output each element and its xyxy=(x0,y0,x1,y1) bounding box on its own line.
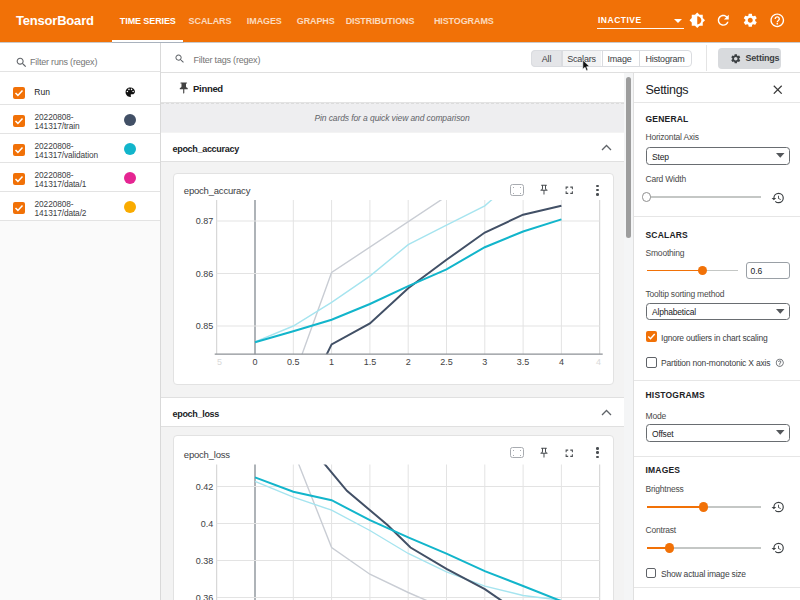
svg-text:0.36: 0.36 xyxy=(196,592,214,600)
svg-text:0.5: 0.5 xyxy=(287,357,300,367)
svg-text:0.86: 0.86 xyxy=(196,269,214,279)
svg-text:2: 2 xyxy=(406,357,411,367)
svg-text:4: 4 xyxy=(559,357,564,367)
svg-text:0: 0 xyxy=(252,357,257,367)
svg-text:0.42: 0.42 xyxy=(196,481,214,491)
svg-text:0.38: 0.38 xyxy=(196,555,214,565)
svg-text:2.5: 2.5 xyxy=(440,357,453,367)
svg-text:5: 5 xyxy=(217,357,222,367)
svg-text:3.5: 3.5 xyxy=(517,357,530,367)
svg-text:0.85: 0.85 xyxy=(196,321,214,331)
svg-text:0.87: 0.87 xyxy=(196,216,214,226)
svg-text:1: 1 xyxy=(329,357,334,367)
svg-text:0.4: 0.4 xyxy=(201,518,214,528)
svg-text:3: 3 xyxy=(482,357,487,367)
svg-text:1.5: 1.5 xyxy=(364,357,377,367)
svg-text:4: 4 xyxy=(596,357,601,367)
